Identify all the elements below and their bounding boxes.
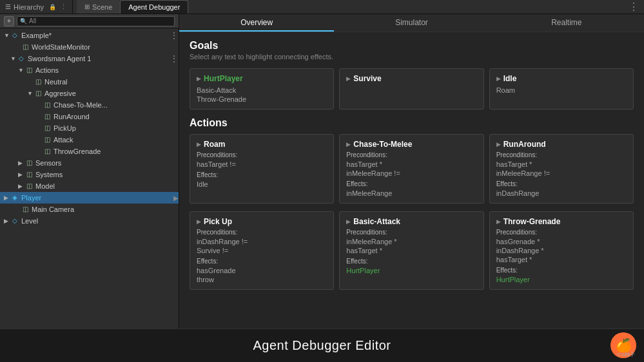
arrow-swordsman: ▼	[10, 55, 17, 62]
basic-attack-effect1: HurtPlayer	[346, 266, 476, 275]
pickup-preconditions-label: Preconditions:	[197, 229, 327, 236]
pickup-effect1: hasGrenade	[197, 266, 327, 275]
tab-agent-debugger[interactable]: Agent Debugger	[120, 0, 188, 14]
action-card-throw-grenade[interactable]: ▶ Throw-Grenade Preconditions: hasGrenad…	[489, 211, 634, 290]
tree-item-systems[interactable]: ▶ ◫ Systems	[0, 169, 179, 180]
arrow-systems: ▶	[18, 171, 24, 178]
tree-label-player: Player	[21, 194, 41, 202]
action-card-roam[interactable]: ▶ Roam Preconditions: hasTarget != Effec…	[190, 134, 334, 204]
pickup-effect2: throw	[197, 275, 327, 284]
hierarchy-panel: + 🔍 All ▼ ◇ Example* ⋮ ◫ World	[0, 14, 179, 329]
tree-label-maincamera: Main Camera	[32, 205, 74, 213]
roam-effect1: Idle	[197, 180, 327, 189]
tree-item-pickup[interactable]: ◫ PickUp	[0, 122, 179, 134]
tree-item-swordsman[interactable]: ▼ ◇ Swordsman Agent 1 ⋮	[0, 53, 179, 64]
tree-item-runaround[interactable]: ◫ RunAround	[0, 111, 179, 122]
tree-item-example[interactable]: ▼ ◇ Example* ⋮	[0, 30, 179, 41]
tree-label-chase: Chase-To-Mele...	[54, 101, 108, 109]
goals-subtitle: Select any text to highlight connecting …	[190, 53, 634, 61]
tree-item-player[interactable]: ▶ ◈ Player ▶	[0, 192, 179, 204]
subtab-realtime[interactable]: Realtime	[489, 14, 644, 32]
action-card-basic-attack[interactable]: ▶ Basic-Attack Preconditions: inMeleeRan…	[339, 211, 483, 290]
basic-attack-precondition2: hasTarget *	[346, 246, 476, 255]
hierarchy-label: ☰ Hierarchy 🔒 ⋮	[0, 0, 73, 14]
action-runaround-title: RunAround	[503, 140, 546, 149]
scene-tab-label: Scene	[92, 3, 112, 11]
tree-item-neutral[interactable]: ◫ Neutral	[0, 76, 179, 88]
arrow-sensors: ▶	[18, 160, 24, 166]
goals-cards-row: ▶ HurtPlayer Basic-Attack Throw-Grenade …	[190, 68, 634, 110]
tree-label-sensors: Sensors	[35, 159, 61, 167]
tree-label-swordsman: Swordsman Agent 1	[28, 55, 91, 62]
action-card-chase-header: ▶ Chase-To-Melee	[346, 140, 476, 149]
example-more-icon[interactable]: ⋮	[170, 30, 179, 41]
component-icon-actions: ◫	[24, 66, 34, 75]
roam-effects-label: Effects:	[197, 171, 327, 178]
action-card-basic-attack-header: ▶ Basic-Attack	[346, 217, 476, 226]
throw-grenade-precondition3: hasTarget *	[496, 255, 627, 264]
agent-debugger-tab-label: Agent Debugger	[128, 3, 180, 11]
subtab-overview[interactable]: Overview	[179, 14, 334, 32]
tree-item-aggresive[interactable]: ▼ ◫ Aggresive	[0, 88, 179, 99]
component-icon-runaround: ◫	[43, 112, 52, 121]
hierarchy-toolbar: + 🔍 All	[0, 14, 179, 28]
action-card-pickup[interactable]: ▶ Pick Up Preconditions: inDashRange != …	[190, 211, 334, 290]
action-pickup-title: Pick Up	[204, 217, 232, 226]
runaround-precondition1: hasTarget *	[496, 160, 627, 169]
component-icon-model: ◫	[24, 182, 34, 191]
tree-item-maincamera[interactable]: ◫ Main Camera	[0, 204, 179, 215]
throw-grenade-precondition1: hasGrenade *	[496, 237, 627, 246]
goal-card-hurtplayer[interactable]: ▶ HurtPlayer Basic-Attack Throw-Grenade	[190, 68, 334, 110]
tree-item-worldstate[interactable]: ◫ WorldStateMonitor	[0, 41, 179, 53]
action-throw-grenade-title: Throw-Grenade	[503, 217, 561, 226]
hierarchy-title: Hierarchy	[14, 3, 44, 11]
action-card-runaround[interactable]: ▶ RunAround Preconditions: hasTarget * i…	[489, 134, 634, 204]
action-basic-attack-title: Basic-Attack	[353, 217, 400, 226]
tree-label-model: Model	[35, 182, 55, 190]
tree-item-attack[interactable]: ◫ Attack	[0, 134, 179, 146]
tree-label-pickup: PickUp	[54, 124, 76, 132]
goal-card-survive[interactable]: ▶ Survive	[339, 68, 483, 110]
top-more-icon[interactable]: ⋮	[629, 1, 639, 13]
swordsman-more-icon[interactable]: ⋮	[170, 53, 179, 64]
component-icon-systems: ◫	[24, 170, 34, 179]
tree-item-actions[interactable]: ▼ ◫ Actions	[0, 64, 179, 76]
chase-precondition2: inMeleeRange !=	[346, 169, 476, 178]
player-icon: ◈	[10, 193, 19, 202]
search-icon: 🔍	[20, 18, 27, 24]
search-all-label: All	[29, 17, 36, 24]
runaround-preconditions-label: Preconditions:	[496, 151, 627, 158]
add-button[interactable]: +	[4, 16, 14, 26]
throw-grenade-precondition2: inDashRange *	[496, 246, 627, 255]
tree-item-chase[interactable]: ◫ Chase-To-Mele...	[0, 99, 179, 111]
subtab-overview-label: Overview	[240, 18, 273, 27]
arrow-model: ▶	[18, 183, 24, 189]
component-icon: ◫	[21, 43, 30, 52]
tree-item-model[interactable]: ▶ ◫ Model	[0, 180, 179, 192]
subtab-simulator[interactable]: Simulator	[334, 14, 489, 32]
action-roam-arrow: ▶	[197, 141, 201, 148]
hierarchy-tree: ▼ ◇ Example* ⋮ ◫ WorldStateMonitor ▼ ◇ S…	[0, 28, 179, 329]
runaround-effect1: inDashRange	[496, 189, 627, 198]
goal-hurtplayer-item2: Throw-Grenade	[197, 95, 327, 104]
gameobj-icon-level: ◇	[10, 216, 19, 225]
search-bar[interactable]: 🔍 All	[17, 16, 175, 26]
throw-grenade-effects-label: Effects:	[496, 267, 627, 274]
chase-precondition1: hasTarget *	[346, 160, 476, 169]
action-card-pickup-header: ▶ Pick Up	[197, 217, 327, 226]
basic-attack-precondition1: inMeleeRange *	[346, 237, 476, 246]
gameobj-icon-swordsman: ◇	[17, 54, 26, 63]
arrow-player: ▶	[4, 195, 10, 201]
tree-item-level[interactable]: ▶ ◇ Level	[0, 215, 179, 227]
goal-card-idle[interactable]: ▶ Idle Roam	[489, 68, 634, 110]
action-card-chase[interactable]: ▶ Chase-To-Melee Preconditions: hasTarge…	[339, 134, 483, 204]
component-icon-pickup: ◫	[43, 124, 52, 133]
tab-scene[interactable]: ⊞ Scene	[77, 0, 120, 14]
goals-title: Goals	[190, 40, 634, 52]
component-icon-attack: ◫	[43, 135, 52, 144]
tree-label-runaround: RunAround	[54, 113, 90, 120]
subtab-simulator-label: Simulator	[395, 18, 428, 27]
tree-item-throwgrenade[interactable]: ◫ ThrowGrenade	[0, 146, 179, 157]
tree-item-sensors[interactable]: ▶ ◫ Sensors	[0, 157, 179, 169]
component-icon-throwgrenade: ◫	[43, 147, 52, 156]
